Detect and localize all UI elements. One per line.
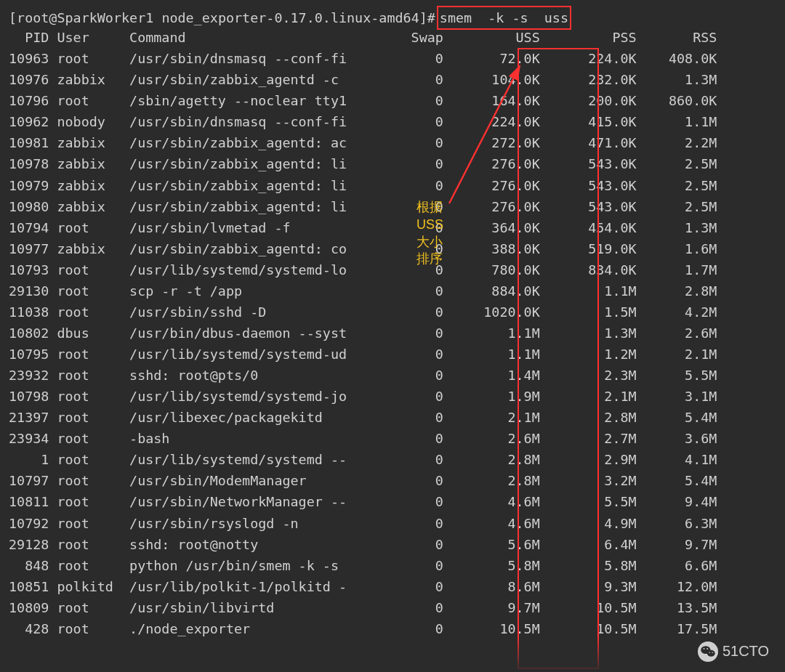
process-row: 10795 root /usr/lib/systemd/systemd-ud 0… <box>0 344 785 365</box>
process-row: 10980 zabbix /usr/sbin/zabbix_agentd: li… <box>0 196 785 217</box>
process-row: 11038 root /usr/sbin/sshd -D 0 1020.0K 1… <box>0 301 785 323</box>
process-row: 10962 nobody /usr/sbin/dnsmasq --conf-fi… <box>0 111 785 132</box>
svg-point-3 <box>707 650 715 657</box>
bracket-right: ] <box>419 10 427 25</box>
svg-point-4 <box>703 648 704 649</box>
user-host: root@SparkWorker1 <box>17 10 153 25</box>
watermark: 51CTO <box>698 640 769 663</box>
watermark-text: 51CTO <box>722 640 769 663</box>
process-row: 10809 root /usr/sbin/libvirtd 0 9.7M 10.… <box>0 597 785 618</box>
process-row: 10963 root /usr/sbin/dnsmasq --conf-fi 0… <box>0 48 785 69</box>
bottom-fade <box>0 636 785 672</box>
process-row: 23934 root -bash 0 2.6M 2.7M 3.6M <box>0 428 785 449</box>
process-row: 10796 root /sbin/agetty --noclear tty1 0… <box>0 90 785 111</box>
process-row: 10794 root /usr/sbin/lvmetad -f 0 364.0K… <box>0 217 785 238</box>
process-row: 10798 root /usr/lib/systemd/systemd-jo 0… <box>0 386 785 407</box>
prompt-line[interactable]: [root@SparkWorker1 node_exporter-0.17.0.… <box>0 6 785 27</box>
command-text: smem -k -s uss <box>440 10 568 25</box>
process-row: 23932 root sshd: root@pts/0 0 1.4M 2.3M … <box>0 365 785 386</box>
process-row: 29130 root scp -r -t /app 0 884.0K 1.1M … <box>0 280 785 301</box>
process-row: 21397 root /usr/libexec/packagekitd 0 2.… <box>0 407 785 428</box>
process-row: 1 root /usr/lib/systemd/systemd -- 0 2.8… <box>0 449 785 470</box>
svg-point-7 <box>712 652 713 654</box>
annotation-note: 根据 USS 大小 排序 <box>416 199 443 268</box>
process-row: 29128 root sshd: root@notty 0 5.6M 6.4M … <box>0 534 785 555</box>
svg-point-6 <box>709 652 710 654</box>
wechat-icon <box>698 641 718 662</box>
process-row: 10793 root /usr/lib/systemd/systemd-lo 0… <box>0 259 785 280</box>
process-row: 10981 zabbix /usr/sbin/zabbix_agentd: ac… <box>0 132 785 153</box>
process-row: 10802 dbus /usr/bin/dbus-daemon --syst 0… <box>0 323 785 344</box>
bracket-left: [ <box>9 10 17 25</box>
process-row: 10976 zabbix /usr/sbin/zabbix_agentd -c … <box>0 69 785 90</box>
svg-point-5 <box>706 648 708 649</box>
process-row: 10797 root /usr/sbin/ModemManager 0 2.8M… <box>0 470 785 491</box>
prompt-symbol: # <box>427 10 435 25</box>
process-row: 428 root ./node_exporter 0 10.5M 10.5M 1… <box>0 618 785 639</box>
process-row: 10792 root /usr/sbin/rsyslogd -n 0 4.6M … <box>0 513 785 534</box>
process-row: 10977 zabbix /usr/sbin/zabbix_agentd: co… <box>0 238 785 259</box>
process-row: 848 root python /usr/bin/smem -k -s 0 5.… <box>0 555 785 576</box>
process-row: 10811 root /usr/sbin/NetworkManager -- 0… <box>0 491 785 512</box>
process-row: 10979 zabbix /usr/sbin/zabbix_agentd: li… <box>0 175 785 196</box>
terminal-output: [root@SparkWorker1 node_exporter-0.17.0.… <box>0 0 785 639</box>
process-row: 10851 polkitd /usr/lib/polkit-1/polkitd … <box>0 576 785 597</box>
column-headers: PID User Command Swap USS PSS RSS <box>0 27 785 48</box>
cwd: node_exporter-0.17.0.linux-amd64 <box>161 10 419 25</box>
process-row: 10978 zabbix /usr/sbin/zabbix_agentd: li… <box>0 153 785 174</box>
